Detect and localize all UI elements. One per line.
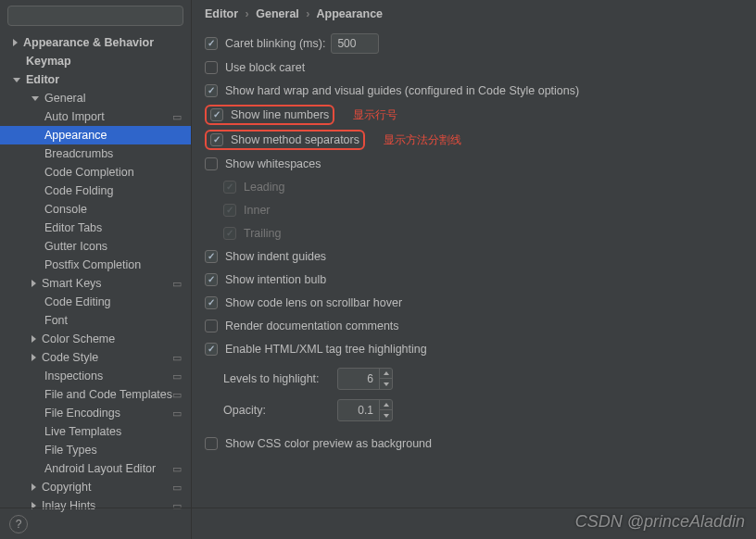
tree-label: Code Folding — [44, 184, 113, 197]
checkbox-hard-wrap[interactable] — [205, 84, 218, 97]
tree-color-scheme[interactable]: Color Scheme — [0, 330, 191, 348]
scope-icon: ▭ — [172, 407, 182, 420]
highlight-box: Show method separators — [205, 130, 365, 150]
tree-appearance-behavior[interactable]: Appearance & Behavior — [0, 33, 191, 52]
checkbox-inner[interactable] — [223, 204, 236, 217]
tree-code-folding[interactable]: Code Folding — [0, 182, 191, 200]
tree-label: File Encodings — [44, 407, 120, 420]
tree-general[interactable]: General — [0, 89, 191, 107]
label: Show line numbers — [231, 108, 329, 121]
tree-inspections[interactable]: Inspections▭ — [0, 367, 191, 385]
tree-live-templates[interactable]: Live Templates — [0, 422, 191, 441]
tree-appearance[interactable]: Appearance — [0, 126, 191, 144]
spinner-arrows[interactable] — [379, 400, 392, 420]
tree-code-completion[interactable]: Code Completion — [0, 163, 191, 182]
levels-input[interactable] — [338, 372, 379, 385]
search-input[interactable] — [7, 6, 183, 26]
checkbox-line-numbers[interactable] — [210, 108, 223, 121]
checkbox-caret-blinking[interactable] — [205, 37, 218, 50]
label: Opacity: — [223, 404, 330, 417]
tree-gutter-icons[interactable]: Gutter Icons — [0, 237, 191, 256]
tree-smart-keys[interactable]: Smart Keys▭ — [0, 274, 191, 293]
help-button[interactable]: ? — [9, 515, 28, 533]
tree-label: Auto Import — [44, 110, 105, 123]
tree-label: Font — [44, 314, 68, 327]
tree-label: File and Code Templates — [44, 388, 172, 401]
tree-code-editing[interactable]: Code Editing — [0, 293, 191, 311]
tree-file-code-templates[interactable]: File and Code Templates▭ — [0, 385, 191, 404]
crumb-appearance: Appearance — [316, 7, 383, 20]
tree-font[interactable]: Font — [0, 311, 191, 330]
opt-caret-blinking: Caret blinking (ms): — [205, 33, 743, 54]
opt-leading: Leading — [223, 178, 743, 196]
crumb-editor: Editor — [205, 7, 238, 20]
scope-icon: ▭ — [172, 370, 182, 382]
checkbox-trailing[interactable] — [223, 227, 236, 240]
tree-label: Inspections — [44, 370, 103, 382]
opt-css-preview: Show CSS color preview as background — [205, 434, 743, 453]
checkbox-intention-bulb[interactable] — [205, 273, 218, 286]
tree-keymap[interactable]: Keymap — [0, 52, 191, 70]
opt-inner: Inner — [223, 201, 743, 219]
tree-android-layout[interactable]: Android Layout Editor▭ — [0, 459, 191, 478]
tree-editor-tabs[interactable]: Editor Tabs — [0, 219, 191, 237]
label: Show whitespaces — [225, 157, 321, 170]
settings-content: Editor › General › Appearance Caret blin… — [192, 0, 756, 539]
checkbox-tag-tree[interactable] — [205, 343, 218, 356]
label: Show code lens on scrollbar hover — [225, 296, 402, 309]
checkbox-css-preview[interactable] — [205, 437, 218, 450]
tree-label: Keymap — [26, 55, 71, 68]
chevron-right-icon: › — [306, 7, 309, 20]
tree-breadcrumbs[interactable]: Breadcrumbs — [0, 144, 191, 163]
spinner-arrows[interactable] — [379, 369, 392, 389]
label: Use block caret — [225, 61, 305, 74]
crumb-general: General — [256, 7, 299, 20]
settings-tree[interactable]: Appearance & Behavior Keymap Editor Gene… — [0, 31, 191, 539]
label: Trailing — [244, 227, 282, 240]
chevron-right-icon — [32, 354, 36, 361]
tree-label: Copyright — [42, 481, 92, 494]
tree-file-types[interactable]: File Types — [0, 441, 191, 459]
arrow-down-icon — [384, 414, 389, 418]
label: Caret blinking (ms): — [225, 37, 325, 50]
checkbox-render-doc[interactable] — [205, 320, 218, 332]
checkbox-block-caret[interactable] — [205, 61, 218, 74]
opt-render-doc: Render documentation comments — [205, 317, 743, 335]
tree-label: Breadcrumbs — [44, 147, 113, 160]
checkbox-indent-guides[interactable] — [205, 250, 218, 263]
opt-indent-guides: Show indent guides — [205, 247, 743, 266]
tree-console[interactable]: Console — [0, 200, 191, 219]
tree-code-style[interactable]: Code Style▭ — [0, 348, 191, 367]
scope-icon: ▭ — [172, 389, 182, 401]
label: Enable HTML/XML tag tree highlighting — [225, 343, 427, 356]
tree-editor[interactable]: Editor — [0, 70, 191, 89]
tree-label: General — [44, 92, 85, 105]
tree-label: Smart Keys — [42, 277, 102, 290]
label: Show method separators — [231, 133, 359, 146]
opt-line-numbers: Show line numbers 显示行号 — [205, 105, 743, 125]
tree-copyright[interactable]: Copyright▭ — [0, 478, 191, 496]
tree-file-encodings[interactable]: File Encodings▭ — [0, 404, 191, 422]
scope-icon: ▭ — [172, 111, 182, 123]
opacity-spinner[interactable] — [337, 399, 393, 421]
opt-method-separators: Show method separators 显示方法分割线 — [205, 130, 743, 150]
checkbox-code-lens[interactable] — [205, 296, 218, 309]
tree-label: Code Style — [42, 351, 98, 364]
checkbox-whitespaces[interactable] — [205, 157, 218, 170]
chevron-right-icon: › — [246, 7, 249, 20]
opacity-input[interactable] — [338, 404, 379, 417]
tree-label: Gutter Icons — [44, 240, 107, 253]
highlight-box: Show line numbers — [205, 105, 334, 125]
label: Show indent guides — [225, 250, 326, 263]
levels-spinner[interactable] — [337, 368, 393, 390]
tree-postfix-completion[interactable]: Postfix Completion — [0, 256, 191, 274]
tree-auto-import[interactable]: Auto Import▭ — [0, 107, 191, 126]
caret-blink-input[interactable] — [331, 33, 379, 54]
tree-label: Live Templates — [44, 425, 121, 438]
checkbox-leading[interactable] — [223, 181, 236, 194]
tree-label: Postfix Completion — [44, 258, 141, 271]
tree-label: Console — [44, 203, 87, 216]
chevron-down-icon — [13, 78, 20, 82]
checkbox-method-separators[interactable] — [210, 133, 223, 146]
tree-label: Color Scheme — [42, 332, 115, 345]
